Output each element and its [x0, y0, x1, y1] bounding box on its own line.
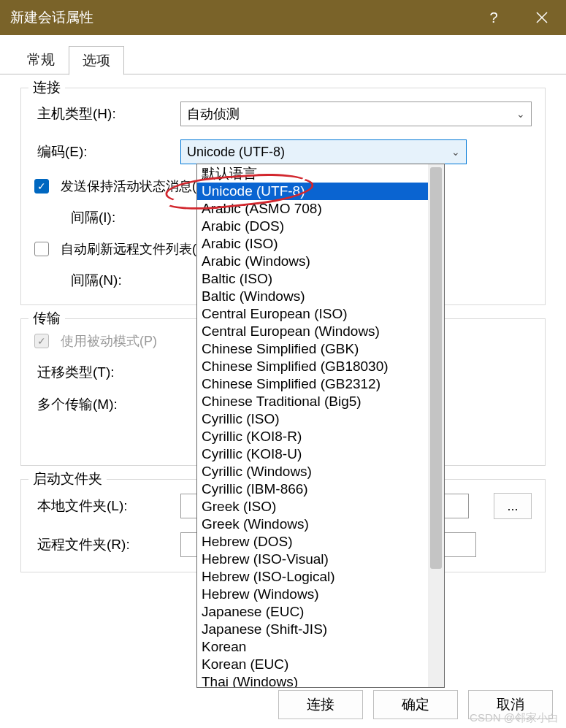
label-encoding: 编码(E):: [34, 142, 173, 161]
legend-connection: 连接: [28, 78, 65, 97]
label-remote-folder: 远程文件夹(R):: [34, 535, 173, 554]
chevron-down-icon: ⌄: [516, 108, 525, 120]
ok-button[interactable]: 确定: [373, 690, 458, 719]
select-encoding-value: Unicode (UTF-8): [187, 145, 285, 160]
encoding-option[interactable]: Cyrillic (Windows): [197, 463, 428, 480]
watermark: CSDN @邻家小白: [470, 711, 559, 725]
scrollbar[interactable]: [428, 164, 444, 687]
encoding-option[interactable]: Greek (ISO): [197, 498, 428, 516]
help-icon[interactable]: ?: [480, 4, 508, 31]
encoding-dropdown-list[interactable]: 默认语言Unicode (UTF-8)Arabic (ASMO 708)Arab…: [197, 164, 428, 687]
encoding-option[interactable]: Cyrillic (ISO): [197, 410, 428, 428]
encoding-option[interactable]: Japanese (Shift-JIS): [197, 621, 428, 638]
encoding-option[interactable]: Cyrillic (KOI8-U): [197, 445, 428, 463]
select-host-type-value: 自动侦测: [187, 105, 240, 123]
tab-options[interactable]: 选项: [69, 46, 124, 75]
encoding-option[interactable]: Unicode (UTF-8): [197, 183, 428, 200]
encoding-option[interactable]: Greek (Windows): [197, 516, 428, 533]
select-host-type[interactable]: 自动侦测 ⌄: [180, 101, 532, 126]
label-local-folder: 本地文件夹(L):: [34, 497, 173, 516]
legend-transport: 传输: [28, 309, 65, 328]
checkbox-passive: [34, 334, 49, 348]
encoding-option[interactable]: Arabic (ISO): [197, 235, 428, 253]
encoding-option[interactable]: Cyrillic (KOI8-R): [197, 428, 428, 445]
checkbox-auto-refresh[interactable]: [34, 242, 49, 256]
encoding-dropdown[interactable]: 默认语言Unicode (UTF-8)Arabic (ASMO 708)Arab…: [196, 164, 445, 688]
encoding-option[interactable]: Arabic (ASMO 708): [197, 200, 428, 218]
titlebar: 新建会话属性 ?: [0, 0, 566, 35]
encoding-option[interactable]: Cyrillic (IBM-866): [197, 480, 428, 498]
encoding-option[interactable]: Hebrew (ISO-Logical): [197, 568, 428, 586]
encoding-option[interactable]: Hebrew (ISO-Visual): [197, 551, 428, 568]
label-interval1: 间隔(I):: [34, 208, 144, 227]
window-title: 新建会话属性: [10, 8, 93, 27]
encoding-option[interactable]: Chinese Simplified (GBK): [197, 340, 428, 358]
connect-button[interactable]: 连接: [278, 690, 363, 719]
encoding-option[interactable]: Chinese Simplified (GB2312): [197, 375, 428, 393]
encoding-option[interactable]: Hebrew (DOS): [197, 533, 428, 551]
encoding-option[interactable]: Central European (ISO): [197, 305, 428, 323]
tab-general[interactable]: 常规: [13, 45, 69, 74]
select-encoding[interactable]: Unicode (UTF-8) ⌄: [180, 139, 467, 164]
tabs: 常规 选项: [13, 45, 566, 74]
titlebar-buttons: ?: [480, 4, 556, 31]
encoding-option[interactable]: Japanese (EUC): [197, 603, 428, 621]
encoding-option[interactable]: Hebrew (Windows): [197, 586, 428, 603]
chevron-down-icon: ⌄: [451, 146, 460, 158]
label-passive: 使用被动模式(P): [61, 332, 157, 350]
checkbox-keep-alive[interactable]: [34, 179, 49, 194]
label-host-type: 主机类型(H):: [34, 104, 173, 123]
encoding-option[interactable]: Baltic (ISO): [197, 270, 428, 288]
label-auto-refresh: 自动刷新远程文件列表(A: [61, 240, 205, 258]
encoding-option[interactable]: Arabic (DOS): [197, 218, 428, 235]
label-interval2: 间隔(N):: [34, 271, 144, 290]
encoding-option[interactable]: Central European (Windows): [197, 323, 428, 340]
label-multiple: 多个传输(M):: [34, 395, 173, 414]
browse-button[interactable]: ...: [494, 493, 532, 519]
label-transfer-type: 迁移类型(T):: [34, 363, 173, 382]
encoding-option[interactable]: Korean: [197, 638, 428, 656]
encoding-option[interactable]: Korean (EUC): [197, 656, 428, 673]
label-keep-alive: 发送保持活动状态消息(S: [61, 177, 205, 195]
legend-startup: 启动文件夹: [28, 470, 107, 488]
close-icon[interactable]: [528, 4, 556, 31]
encoding-option[interactable]: Chinese Traditional (Big5): [197, 393, 428, 410]
scrollbar-thumb[interactable]: [430, 167, 442, 569]
encoding-option[interactable]: Thai (Windows): [197, 673, 428, 687]
encoding-option[interactable]: Baltic (Windows): [197, 288, 428, 305]
encoding-option[interactable]: Arabic (Windows): [197, 253, 428, 270]
encoding-option[interactable]: Chinese Simplified (GB18030): [197, 358, 428, 375]
encoding-option[interactable]: 默认语言: [197, 165, 428, 183]
